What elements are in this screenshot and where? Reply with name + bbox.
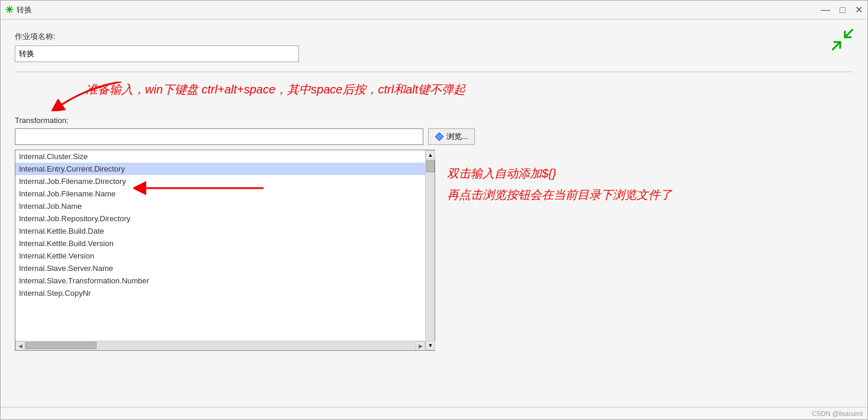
close-button[interactable]: ✕ [855,5,863,15]
v-scroll-track [426,160,435,341]
list-item[interactable]: Internal.Step.CopyNr [15,287,425,299]
list-outer: Internal.Cluster.SizeInternal.Entry.Curr… [15,150,435,351]
job-name-input[interactable] [15,46,299,62]
scroll-left-button[interactable]: ◀ [15,341,25,351]
window-title: 转换 [17,5,32,15]
list-item[interactable]: Internal.Kettle.Version [15,250,425,262]
list-item[interactable]: Internal.Job.Filename.Directory [15,175,425,188]
svg-line-1 [832,42,840,50]
minimize-button[interactable]: — [821,5,830,15]
list-item[interactable]: Internal.Cluster.Size [15,150,425,163]
variable-list-wrapper: Internal.Cluster.SizeInternal.Entry.Curr… [15,150,435,351]
browse-icon [435,132,444,141]
list-item[interactable]: Internal.Job.Filename.Name [15,188,425,200]
variable-list[interactable]: Internal.Cluster.SizeInternal.Entry.Curr… [15,150,425,341]
app-icon: ✳ [5,4,13,15]
horizontal-scrollbar[interactable]: ◀ ▶ [15,341,425,350]
title-bar-left: ✳ 转换 [5,4,32,15]
v-scroll-thumb[interactable] [426,160,435,172]
transformation-label: Transformation: [15,116,853,125]
title-bar: ✳ 转换 — □ ✕ [1,1,867,20]
list-item[interactable]: Internal.Kettle.Build.Version [15,237,425,250]
section-divider [15,72,853,72]
main-window: ✳ 转换 — □ ✕ 作业 [0,0,868,420]
bottom-bar: CSDN @lisacumt [1,407,867,419]
list-item[interactable]: Internal.Slave.Server.Name [15,262,425,274]
scroll-down-button[interactable]: ▼ [426,341,435,350]
list-item[interactable]: Internal.Entry.Current.Directory [15,163,425,175]
list-item[interactable]: Internal.Job.Repository.Directory [15,212,425,225]
scroll-right-button[interactable]: ▶ [416,341,425,351]
h-scroll-track [25,341,416,350]
list-annotation-row: Internal.Cluster.SizeInternal.Entry.Curr… [15,150,853,351]
content-area: 作业项名称: 准备输入，win下键盘 ctrl+alt+space，其中spac… [1,20,867,407]
transformation-section: Transformation: 浏览... [15,116,853,351]
browse-button[interactable]: 浏览... [428,128,475,145]
h-scroll-thumb[interactable] [25,342,97,349]
svg-line-0 [845,29,853,37]
list-item[interactable]: Internal.Job.Name [15,200,425,212]
right-annotation-line1: 双击输入自动添加${} [447,161,853,185]
list-scroll-content: Internal.Cluster.SizeInternal.Entry.Curr… [15,150,425,350]
transformation-row: 浏览... [15,128,853,145]
right-annotation: 双击输入自动添加${} 再点击浏览按钮会在当前目录下浏览文件了 [447,150,853,204]
list-item[interactable]: Internal.Kettle.Build.Date [15,225,425,237]
compress-arrows-icon [832,29,853,50]
credit-text: CSDN @lisacumt [812,410,863,417]
top-annotation-text: 准备输入，win下键盘 ctrl+alt+space，其中space后按，ctr… [86,82,465,98]
vertical-scrollbar[interactable]: ▲ ▼ [425,150,435,350]
list-item[interactable]: Internal.Slave.Transformation.Number [15,274,425,287]
right-annotation-line2: 再点击浏览按钮会在当前目录下浏览文件了 [447,185,853,204]
title-bar-controls: — □ ✕ [821,5,863,15]
top-annotation-area: 准备输入，win下键盘 ctrl+alt+space，其中space后按，ctr… [15,82,853,111]
compress-icon[interactable] [832,29,853,53]
job-name-field: 作业项名称: [15,31,853,62]
scroll-up-button[interactable]: ▲ [426,150,435,160]
maximize-button[interactable]: □ [840,5,846,15]
job-name-label: 作业项名称: [15,31,853,42]
transformation-input[interactable] [15,128,423,145]
